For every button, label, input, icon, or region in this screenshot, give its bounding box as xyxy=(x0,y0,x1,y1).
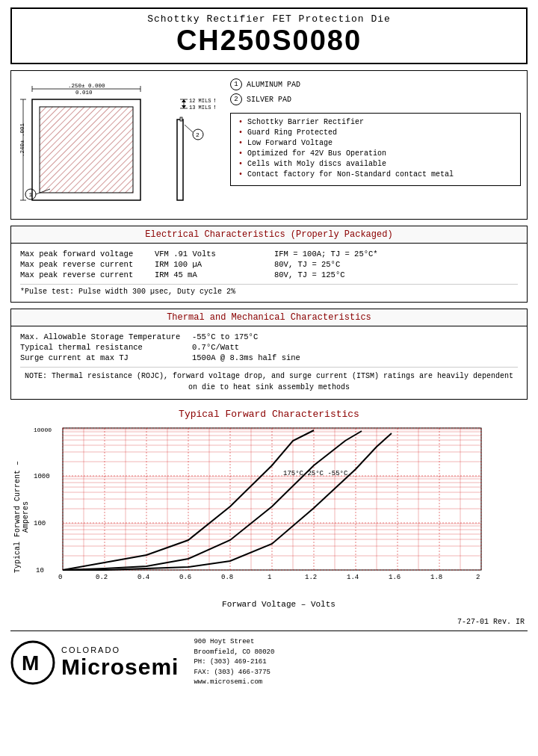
elec-condition: IFM = 100A; TJ = 25°C* xyxy=(274,250,518,258)
svg-text:2: 2 xyxy=(476,574,480,581)
elec-condition: 80V, TJ = 25°C xyxy=(274,260,518,269)
chart-title: Typical Forward Characteristics xyxy=(13,409,525,420)
logo-company: Microsemi xyxy=(61,654,179,680)
die-diagram-section: .250± 0.000 0.010 .240± .001 1 xyxy=(10,70,528,220)
chart-svg: // Will draw via JS below xyxy=(33,424,496,596)
svg-text:1.6: 1.6 xyxy=(389,574,401,581)
die-side-view: 12 MILS MIN. 13 MILS MAX. 2 xyxy=(167,78,215,211)
feature-item: Cells with Moly discs available xyxy=(238,160,513,168)
electrical-row: Max peak reverse current IRM 100 µA 80V,… xyxy=(20,260,518,269)
svg-rect-22 xyxy=(177,120,183,200)
svg-text:175°C  25°C  -55°C: 175°C 25°C -55°C xyxy=(283,470,348,477)
pad2-circle: 2 xyxy=(230,93,242,105)
svg-text:0.8: 0.8 xyxy=(221,574,233,581)
footer-logo: M COLORADO Microsemi 900 Hoyt Street Bro… xyxy=(10,630,528,688)
chart-area: Typical Forward Current – Amperes // Wil… xyxy=(13,424,525,609)
electrical-title: Electrical Characteristics (Properly Pac… xyxy=(11,226,527,244)
pad1-label: ALUMINUM PAD xyxy=(247,81,300,89)
svg-line-26 xyxy=(185,125,193,132)
thermal-value: 0.7°C/Watt xyxy=(192,343,518,352)
electrical-note: *Pulse test: Pulse width 300 µsec, Duty … xyxy=(20,284,518,296)
elec-param: Max peak reverse current xyxy=(20,270,155,279)
features-list: Schottky Barrier RectifierGuard Ring Pro… xyxy=(230,113,521,186)
electrical-row: Max peak reverse current IRM 45 mA 80V, … xyxy=(20,270,518,279)
footer-address: 900 Hoyt Street Broomfield, CO 80020 PH:… xyxy=(194,637,274,688)
thermal-note: NOTE: Thermal resistance (ROJC), forward… xyxy=(20,367,518,393)
pad-labels: 1 ALUMINUM PAD 2 SILVER PAD xyxy=(230,78,521,105)
svg-text:0.010: 0.010 xyxy=(75,90,93,96)
pad2-label: SILVER PAD xyxy=(247,96,291,104)
svg-text:1000: 1000 xyxy=(34,473,50,480)
svg-text:.240± .001: .240± .001 xyxy=(19,123,25,157)
electrical-row: Max peak forward voltage VFM .91 Volts I… xyxy=(20,250,518,258)
thermal-row: Surge current at max TJ 1500A @ 8.3ms ha… xyxy=(20,353,518,362)
feature-item: Contact factory for Non-Standard contact… xyxy=(238,170,513,179)
svg-marker-19 xyxy=(182,105,186,108)
svg-text:0.6: 0.6 xyxy=(179,574,191,581)
die-top-view: .250± 0.000 0.010 .240± .001 1 xyxy=(17,78,159,209)
chart-section: Typical Forward Characteristics Typical … xyxy=(10,406,528,612)
elec-param: Max peak forward voltage xyxy=(20,250,155,258)
svg-text:10000: 10000 xyxy=(34,427,52,433)
svg-text:1: 1 xyxy=(29,191,33,198)
svg-text:1.4: 1.4 xyxy=(347,574,359,581)
svg-text:M: M xyxy=(22,651,39,675)
feature-item: Optimized for 42V Bus Operation xyxy=(238,149,513,158)
svg-marker-18 xyxy=(182,99,186,102)
thermal-param: Typical thermal resistance xyxy=(20,343,192,352)
feature-item: Guard Ring Protected xyxy=(238,128,513,137)
feature-item: Low Forward Voltage xyxy=(238,139,513,147)
elec-param: Max peak reverse current xyxy=(20,260,155,269)
svg-text:100: 100 xyxy=(34,520,46,527)
svg-text:0.4: 0.4 xyxy=(137,574,149,581)
thermal-value: 1500A @ 8.3ms half sine xyxy=(192,353,518,362)
logo-colorado: COLORADO xyxy=(61,645,179,654)
header-subtitle: Schottky Rectifier FET Protection Die xyxy=(15,13,523,25)
elec-symbol: VFM .91 Volts xyxy=(155,250,274,258)
thermal-value: -55°C to 175°C xyxy=(192,332,518,341)
thermal-title: Thermal and Mechanical Characteristics xyxy=(11,309,527,326)
svg-text:13 MILS MAX.: 13 MILS MAX. xyxy=(189,105,215,111)
thermal-row: Max. Allowable Storage Temperature -55°C… xyxy=(20,332,518,341)
pad1-row: 1 ALUMINUM PAD xyxy=(230,78,521,90)
header-section: Schottky Rectifier FET Protection Die CH… xyxy=(10,7,528,64)
die-info-panel: 1 ALUMINUM PAD 2 SILVER PAD Schottky Bar… xyxy=(223,78,521,186)
pad1-circle: 1 xyxy=(230,78,242,90)
svg-rect-23 xyxy=(180,117,182,121)
chart-y-label: Typical Forward Current – Amperes xyxy=(13,424,30,609)
electrical-section: Electrical Characteristics (Properly Pac… xyxy=(10,226,528,303)
thermal-param: Max. Allowable Storage Temperature xyxy=(20,332,192,341)
thermal-content: Max. Allowable Storage Temperature -55°C… xyxy=(11,326,527,399)
svg-text:12 MILS MIN.: 12 MILS MIN. xyxy=(189,98,215,104)
microsemi-logo-icon: M xyxy=(10,640,55,685)
electrical-content: Max peak forward voltage VFM .91 Volts I… xyxy=(11,244,527,302)
feature-item: Schottky Barrier Rectifier xyxy=(238,118,513,126)
elec-symbol: IRM 100 µA xyxy=(155,260,274,269)
svg-text:1.2: 1.2 xyxy=(305,574,317,581)
header-title: CH250S0080 xyxy=(15,25,523,57)
thermal-param: Surge current at max TJ xyxy=(20,353,192,362)
footer-date: 7-27-01 Rev. IR xyxy=(10,618,528,626)
thermal-row: Typical thermal resistance 0.7°C/Watt xyxy=(20,343,518,352)
elec-condition: 80V, TJ = 125°C xyxy=(274,270,518,279)
logo-text: COLORADO Microsemi xyxy=(61,645,179,680)
svg-text:.250± 0.000: .250± 0.000 xyxy=(68,83,105,89)
svg-text:0.2: 0.2 xyxy=(96,574,108,581)
svg-rect-2 xyxy=(40,107,133,193)
svg-text:2: 2 xyxy=(196,131,200,138)
svg-text:1: 1 xyxy=(268,574,271,581)
elec-symbol: IRM 45 mA xyxy=(155,270,274,279)
svg-text:1.8: 1.8 xyxy=(430,574,442,581)
chart-svg-wrapper: // Will draw via JS below xyxy=(33,424,525,609)
chart-x-label: Forward Voltage – Volts xyxy=(33,600,525,609)
svg-text:0: 0 xyxy=(58,574,62,581)
svg-text:10: 10 xyxy=(36,567,44,574)
pad2-row: 2 SILVER PAD xyxy=(230,93,521,105)
thermal-section: Thermal and Mechanical Characteristics M… xyxy=(10,309,528,400)
